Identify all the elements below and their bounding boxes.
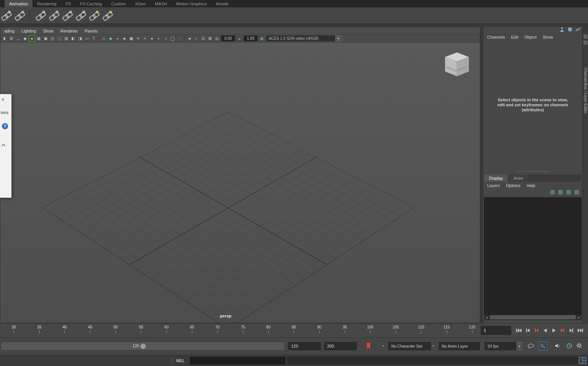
layer-menu-help[interactable]: Help (523, 182, 538, 189)
exposure-icon[interactable]: ◎ (214, 35, 220, 42)
graph-link-icon[interactable] (35, 10, 46, 21)
mel-toggle[interactable]: MEL (176, 358, 185, 363)
close-icon[interactable]: ✕ (1, 97, 5, 102)
sphere-icon[interactable] (567, 27, 573, 33)
animation-preferences-gear-icon[interactable] (576, 342, 583, 350)
loop-icon[interactable] (527, 343, 535, 350)
resolution-gate-icon[interactable]: ◫ (49, 35, 56, 42)
line-link-icon[interactable] (102, 10, 113, 21)
create-layer-from-selected-icon[interactable]: ▤ (575, 189, 579, 195)
view-cube[interactable]: FRONT RIGHT (444, 51, 470, 79)
wireframe-icon[interactable]: ◇ (100, 35, 107, 42)
range-slider-handle[interactable] (140, 343, 146, 349)
go-to-start-button[interactable] (515, 326, 523, 335)
menu-tab-custom[interactable]: Custom (107, 0, 130, 7)
safe-title-icon[interactable]: ◨ (77, 35, 83, 42)
snap-curve-icon[interactable]: ◡ (15, 35, 21, 42)
gamma-field[interactable]: 1.00 (244, 36, 258, 41)
snap-point-icon[interactable]: ◆ (22, 35, 28, 42)
bookmark-icon[interactable] (367, 343, 370, 349)
panel-menu-lighting[interactable]: Lighting (18, 29, 40, 33)
channel-box-menu-object[interactable]: Object (521, 34, 539, 41)
antialiasing-icon[interactable]: ◯ (169, 35, 176, 42)
material-icon[interactable]: ◈ (121, 35, 128, 42)
playback-end-field[interactable]: 200 (324, 342, 357, 350)
help-icon[interactable]: ? (2, 123, 8, 129)
grid-display-icon[interactable]: ▦ (36, 35, 42, 42)
all-lights-icon[interactable]: ☀ (142, 35, 148, 42)
menu-tab-rendering[interactable]: Rendering (32, 0, 61, 7)
view-transform-icon[interactable]: ◉ (259, 35, 265, 42)
step-forward-key-button[interactable] (559, 326, 567, 335)
scroll-right-icon[interactable]: ▸ (576, 314, 582, 320)
panel-menu-panels[interactable]: Panels (81, 29, 101, 33)
step-back-frame-button[interactable] (524, 326, 531, 335)
safe-action-icon[interactable]: ◧ (70, 35, 76, 42)
channel-box-menu-show[interactable]: Show (539, 34, 556, 41)
mute-speaker-icon[interactable] (555, 343, 560, 349)
scrollbar-thumb[interactable] (490, 315, 576, 319)
fps-dropdown-arrow-icon[interactable]: ▾ (517, 342, 522, 350)
xray-icon[interactable]: ▱ (193, 35, 199, 42)
text-display-icon[interactable]: T (91, 35, 97, 42)
layer-menu-layers[interactable]: Layers (484, 182, 503, 189)
panel-toggle-top-icon[interactable] (584, 35, 587, 38)
panel-toggle-bottom-icon[interactable] (584, 41, 587, 44)
menu-tab-xgen[interactable]: XGen (130, 0, 150, 7)
layer-menu-options[interactable]: Options (503, 182, 523, 189)
play-backwards-button[interactable] (541, 326, 549, 335)
isolate-select-icon[interactable]: ◄ (186, 35, 193, 42)
menu-tab-motion-graphics[interactable]: Motion Graphics (172, 0, 211, 7)
collapse-chevron-icon[interactable]: ^ (2, 143, 5, 149)
menu-tab-arnold[interactable]: Arnold (211, 0, 233, 7)
graph-edit-icon[interactable] (1, 10, 11, 21)
bookmark-menu-chevron-icon[interactable]: ▾ (382, 344, 384, 348)
grid-snap-icon[interactable] (14, 10, 25, 21)
key-link-icon[interactable] (49, 10, 59, 21)
shadows-icon[interactable]: ● (149, 35, 155, 42)
motion-blur-icon[interactable]: ◑ (162, 35, 169, 42)
viewport-3d-scene[interactable]: FRONT RIGHT persp (0, 42, 480, 323)
range-slider-track[interactable]: 120 (1, 342, 285, 350)
depth-of-field-icon[interactable]: ▢ (176, 35, 183, 42)
scroll-left-icon[interactable]: ◂ (484, 314, 489, 320)
wireframe-on-shaded-icon[interactable]: ▩ (128, 35, 134, 42)
image-plane-icon[interactable]: ⊠ (207, 35, 213, 42)
go-to-end-button[interactable] (577, 326, 584, 335)
create-empty-layer-icon[interactable]: ▤ (566, 189, 571, 195)
occlusion-icon[interactable]: ◐ (156, 35, 162, 42)
playback-start-field[interactable]: 120 (288, 342, 321, 350)
character-set-chevron-icon[interactable]: ▾ (432, 344, 434, 348)
panel-menu-ading[interactable]: ading (1, 29, 18, 33)
layer-list[interactable] (484, 197, 582, 314)
channel-box-menu-edit[interactable]: Edit (508, 34, 521, 41)
person-icon[interactable] (559, 27, 565, 33)
curve-link-icon[interactable] (62, 10, 73, 21)
target-link-icon[interactable] (89, 10, 99, 21)
xray-joints-icon[interactable]: ⊡ (200, 35, 206, 42)
step-forward-frame-button[interactable] (568, 326, 575, 335)
panel-splitter[interactable] (517, 171, 549, 171)
smooth-shaded-icon[interactable]: ◆ (107, 35, 114, 42)
menu-tab-fx-caching[interactable]: FX Caching (76, 0, 107, 7)
gamma-icon[interactable]: ◒ (236, 35, 243, 42)
move-layer-down-icon[interactable]: ▤ (558, 189, 563, 195)
textured-icon[interactable]: ◕ (114, 35, 121, 42)
frame-rect-icon[interactable]: ▭ (84, 35, 90, 42)
command-line-grip[interactable] (171, 358, 172, 364)
menu-tab-animation[interactable]: Animation (5, 0, 32, 7)
step-back-key-button[interactable] (533, 326, 540, 335)
select-handle-icon[interactable]: ▮ (1, 35, 8, 42)
anim-layer-dropdown[interactable]: No Anim Layer (439, 342, 480, 350)
fps-dropdown[interactable]: 24 fps (484, 342, 517, 350)
current-frame-field[interactable]: 1 (481, 326, 511, 335)
menu-tab-fx[interactable]: FX (61, 0, 76, 7)
channel-box-side-label[interactable]: Channel Box / Layer Editor (583, 68, 588, 114)
colorspace-dropdown-arrow-icon[interactable]: ▾ (335, 36, 341, 41)
snap-grid-icon[interactable]: ⊞ (8, 35, 15, 42)
menu-tab-mash[interactable]: MASH (150, 0, 172, 7)
tab-display[interactable]: Display (484, 174, 508, 182)
character-set-dropdown[interactable]: No Character Set (388, 342, 431, 350)
play-forwards-button[interactable] (550, 326, 558, 335)
tab-anim[interactable]: Anim (509, 174, 528, 182)
